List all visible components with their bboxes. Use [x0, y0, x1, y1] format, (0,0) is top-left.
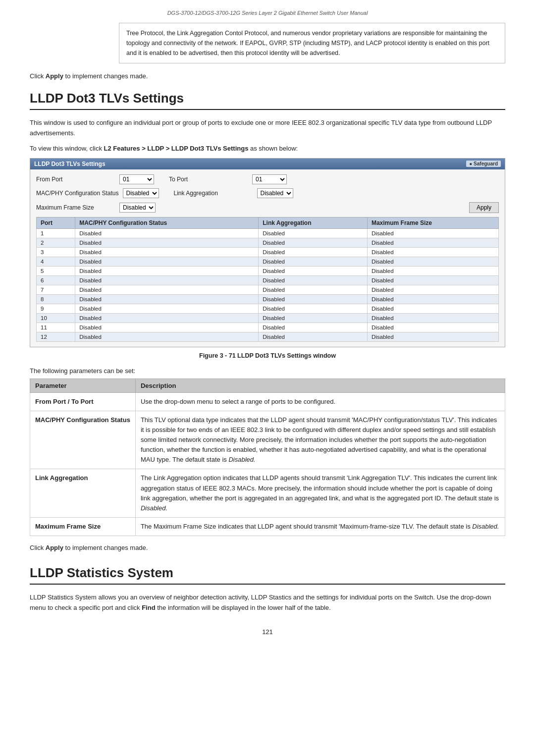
cell-port: 5 — [37, 266, 75, 275]
view-instruction: To view this window, click L2 Features >… — [30, 145, 505, 152]
cell-value: Disabled — [75, 332, 259, 341]
table-row: 8DisabledDisabledDisabled — [37, 294, 499, 304]
section1-title: LLDP Dot3 TLVs Settings — [30, 91, 505, 110]
cell-value: Disabled — [367, 257, 498, 266]
param-name: From Port / To Port — [30, 392, 136, 411]
table-row: 2DisabledDisabledDisabled — [37, 238, 499, 247]
cell-value: Disabled — [259, 238, 368, 247]
view-instruction-bold: L2 Features > LLDP > LLDP Dot3 TLVs Sett… — [104, 145, 249, 152]
cell-value: Disabled — [75, 304, 259, 313]
link-agg-pair: Link Aggregation Disabled — [174, 188, 293, 198]
params-row: MAC/PHY Configuration StatusThis TLV opt… — [30, 411, 505, 469]
cell-value: Disabled — [367, 323, 498, 332]
panel-body: From Port 01 To Port 01 MAC/PHY Configur… — [30, 169, 505, 347]
cell-value: Disabled — [367, 275, 498, 285]
col-max-frame: Maximum Frame Size — [367, 217, 498, 228]
apply-bold-top: Apply — [46, 72, 63, 80]
table-row: 11DisabledDisabledDisabled — [37, 323, 499, 332]
cell-value: Disabled — [75, 285, 259, 294]
cell-value: Disabled — [259, 275, 368, 285]
cell-port: 1 — [37, 228, 75, 238]
link-agg-select[interactable]: Disabled — [257, 188, 293, 198]
cell-value: Disabled — [259, 247, 368, 257]
table-row: 12DisabledDisabledDisabled — [37, 332, 499, 341]
cell-value: Disabled — [75, 247, 259, 257]
cell-value: Disabled — [367, 332, 498, 341]
cell-port: 7 — [37, 285, 75, 294]
param-desc: The Maximum Frame Size indicates that LL… — [135, 518, 505, 536]
section2-title: LLDP Statistics System — [30, 565, 505, 585]
cell-value: Disabled — [367, 313, 498, 323]
apply-button[interactable]: Apply — [469, 202, 499, 213]
cell-value: Disabled — [367, 285, 498, 294]
params-col-desc: Description — [135, 378, 505, 392]
intro-box-text: Tree Protocol, the Link Aggregation Cont… — [126, 30, 489, 56]
table-row: 7DisabledDisabledDisabled — [37, 285, 499, 294]
cell-value: Disabled — [75, 294, 259, 304]
doc-header-text: DGS-3700-12/DGS-3700-12G Series Layer 2 … — [167, 10, 368, 16]
params-header-row: Parameter Description — [30, 378, 505, 392]
cell-value: Disabled — [75, 323, 259, 332]
cell-port: 11 — [37, 323, 75, 332]
table-row: 1DisabledDisabledDisabled — [37, 228, 499, 238]
param-desc: This TLV optional data type indicates th… — [135, 411, 505, 469]
params-intro: The following parameters can be set: — [30, 367, 505, 375]
table-row: 10DisabledDisabledDisabled — [37, 313, 499, 323]
table-row: 6DisabledDisabledDisabled — [37, 275, 499, 285]
click-apply-top: Click Apply to implement changes made. — [30, 72, 505, 80]
port-row: From Port 01 To Port 01 — [36, 174, 499, 184]
cell-value: Disabled — [75, 313, 259, 323]
param-name: Maximum Frame Size — [30, 518, 136, 536]
mac-phy-label: MAC/PHY Configuration Status — [36, 190, 119, 197]
figure-caption: Figure 3 - 71 LLDP Dot3 TLVs Settings wi… — [30, 352, 505, 359]
panel-title-bar: LLDP Dot3 TLVs Settings ● Safeguard — [30, 159, 505, 169]
cell-value: Disabled — [367, 294, 498, 304]
safeguard-icon: ● — [469, 161, 472, 166]
params-row: Link AggregationThe Link Aggregation opt… — [30, 469, 505, 518]
params-table: Parameter Description From Port / To Por… — [30, 378, 505, 537]
cell-port: 8 — [37, 294, 75, 304]
cell-port: 9 — [37, 304, 75, 313]
mac-phy-pair: MAC/PHY Configuration Status Disabled — [36, 188, 159, 198]
to-port-select[interactable]: 01 — [252, 174, 287, 184]
table-row: 5DisabledDisabledDisabled — [37, 266, 499, 275]
mac-link-row: MAC/PHY Configuration Status Disabled Li… — [36, 188, 499, 198]
cell-value: Disabled — [259, 285, 368, 294]
table-row: 4DisabledDisabledDisabled — [37, 257, 499, 266]
section1-desc: This window is used to configure an indi… — [30, 118, 505, 139]
cell-value: Disabled — [259, 323, 368, 332]
cell-value: Disabled — [367, 238, 498, 247]
cell-value: Disabled — [367, 304, 498, 313]
mac-phy-select[interactable]: Disabled — [123, 188, 159, 198]
cell-value: Disabled — [259, 266, 368, 275]
param-desc: The Link Aggregation option indicates th… — [135, 469, 505, 518]
cell-value: Disabled — [367, 247, 498, 257]
section2-desc: LLDP Statistics System allows you an ove… — [30, 593, 505, 613]
safeguard-badge: ● Safeguard — [466, 161, 501, 167]
table-header-row: Port MAC/PHY Configuration Status Link A… — [37, 217, 499, 228]
intro-box: Tree Protocol, the Link Aggregation Cont… — [119, 23, 505, 63]
cell-port: 4 — [37, 257, 75, 266]
cell-value: Disabled — [75, 228, 259, 238]
page-number: 121 — [30, 628, 505, 636]
cell-value: Disabled — [259, 228, 368, 238]
params-col-param: Parameter — [30, 378, 136, 392]
col-link-agg: Link Aggregation — [259, 217, 368, 228]
max-frame-label: Maximum Frame Size — [36, 204, 115, 211]
cell-value: Disabled — [259, 294, 368, 304]
max-frame-select[interactable]: Disabled — [119, 203, 156, 213]
col-port: Port — [37, 217, 75, 228]
from-port-pair: From Port 01 — [36, 174, 154, 184]
doc-header: DGS-3700-12/DGS-3700-12G Series Layer 2 … — [30, 10, 505, 16]
from-port-select[interactable]: 01 — [119, 174, 154, 184]
max-frame-row: Maximum Frame Size Disabled Apply — [36, 202, 499, 213]
to-port-pair: To Port 01 — [169, 174, 287, 184]
port-data-table: Port MAC/PHY Configuration Status Link A… — [36, 217, 499, 342]
find-bold: Find — [142, 604, 155, 611]
cell-value: Disabled — [259, 304, 368, 313]
cell-value: Disabled — [75, 238, 259, 247]
table-row: 9DisabledDisabledDisabled — [37, 304, 499, 313]
link-agg-label: Link Aggregation — [174, 190, 253, 197]
click-apply-bottom: Click Apply to implement changes made. — [30, 544, 505, 551]
table-row: 3DisabledDisabledDisabled — [37, 247, 499, 257]
